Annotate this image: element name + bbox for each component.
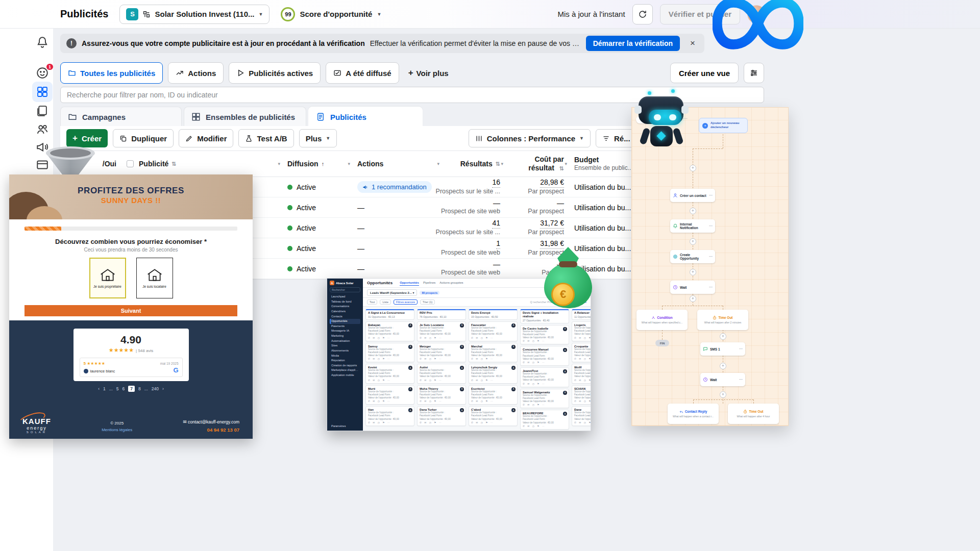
- pagination-item[interactable]: 8: [138, 386, 141, 391]
- crm-menu-item[interactable]: Application mobile: [330, 373, 360, 378]
- add-step-button[interactable]: +: [720, 363, 726, 369]
- workflow-node[interactable]: SMS 1⋯: [700, 342, 745, 356]
- crm-menu-item[interactable]: Réputation: [330, 358, 360, 363]
- audiences-icon[interactable]: [36, 122, 50, 137]
- opportunity-card[interactable]: Dana TurkerSource de l'opportunité :Face…: [417, 406, 466, 426]
- pagination-item[interactable]: ›: [162, 386, 164, 391]
- crm-settings-item[interactable]: Paramètres: [330, 424, 360, 429]
- opportunity-card[interactable]: Je Suis LocataireSource de l'opportunité…: [417, 321, 466, 341]
- next-button[interactable]: Suivant: [24, 305, 237, 316]
- pagination-item[interactable]: ...: [144, 386, 148, 391]
- filter-tab-0[interactable]: Toutes les publicités: [60, 62, 163, 84]
- node-menu-dots[interactable]: ⋯: [709, 285, 713, 289]
- more-button[interactable]: Plus▼: [299, 129, 337, 147]
- ad-account-selector[interactable]: S Solar Solution Invest (110... ▼: [119, 5, 270, 24]
- sort-button[interactable]: Trier (1): [420, 299, 435, 305]
- opportunity-card[interactable]: C'abedSource de l'opportunité :Facebook …: [469, 406, 518, 426]
- crm-menu-item[interactable]: Opportunités: [330, 319, 360, 324]
- workflow-node[interactable]: Wait⋯: [670, 281, 715, 294]
- edit-button[interactable]: Modifier: [179, 129, 233, 147]
- crm-menu-item[interactable]: Tableau de bord: [330, 299, 360, 305]
- workflow-node[interactable]: Create Opportunity⋯: [670, 250, 715, 263]
- col-results[interactable]: Résultats⇅▾: [442, 160, 505, 168]
- pages-icon[interactable]: [36, 105, 50, 119]
- workflow-node[interactable]: Wait⋯: [700, 373, 745, 386]
- opportunity-card[interactable]: KeviniSource de l'opportunité :Facebook …: [365, 364, 414, 384]
- ab-test-button[interactable]: Test A/B: [238, 129, 293, 147]
- pagination-item[interactable]: 6: [122, 386, 125, 391]
- col-cost[interactable]: Coût parrésultat ⇅▾: [505, 155, 569, 172]
- tab-ads[interactable]: Publicités: [308, 107, 423, 127]
- col-delivery[interactable]: Diffusion↑▾: [282, 160, 352, 168]
- opportunity-card[interactable]: Lytvynchuk SergiySource de l'opportunité…: [469, 364, 518, 384]
- opportunity-card[interactable]: SCHIANSource de l'opportunité :Facebook …: [572, 385, 591, 405]
- crm-sidebar-search[interactable]: Rechercher: [330, 287, 360, 292]
- pipeline-selector[interactable]: Leads Waniff (Septembre 2... ▾: [367, 289, 417, 296]
- columns-button[interactable]: Colonnes : Performance▼: [469, 129, 591, 147]
- crm-tab[interactable]: Pipelines: [423, 280, 435, 286]
- workflow-node[interactable]: Internal Notification⋯: [670, 219, 715, 233]
- opportunity-card[interactable]: JeanniTostSource de l'opportunité :Faceb…: [520, 367, 569, 387]
- crm-menu-item[interactable]: Contacts: [330, 314, 360, 319]
- opportunity-score[interactable]: 99 Score d'opportunité ▼: [281, 7, 381, 21]
- crm-menu-item[interactable]: Marketplace d'applications: [330, 368, 360, 373]
- node-menu-dots[interactable]: ⋯: [739, 378, 743, 382]
- see-more-button[interactable]: +Voir plus: [408, 68, 449, 78]
- opportunity-card[interactable]: Samuel WalgenwitzSource de l'opportunité…: [520, 389, 569, 409]
- crm-tab[interactable]: Actions groupées: [439, 280, 463, 286]
- add-trigger-node[interactable]: + Ajouter un nouveaudéclencheur: [699, 118, 748, 133]
- crm-menu-item[interactable]: Calendriers: [330, 309, 360, 314]
- opportunity-card[interactable]: FauscatierSource de l'opportunité :Faceb…: [469, 321, 518, 341]
- crm-menu-item[interactable]: Messagerie IA: [330, 329, 360, 334]
- crm-menu-item[interactable]: Launchpad: [330, 294, 360, 299]
- node-menu-dots[interactable]: ⋯: [739, 347, 743, 351]
- advanced-filters-button[interactable]: Filtres avancés: [394, 299, 418, 305]
- add-step-button[interactable]: +: [690, 165, 696, 171]
- pagination-item[interactable]: ...: [109, 386, 113, 391]
- opportunity-card[interactable]: EscritoistSource de l'opportunité :Faceb…: [469, 385, 518, 405]
- opportunity-card[interactable]: SamsySource de l'opportunité :Facebook L…: [365, 343, 414, 363]
- option-tenant[interactable]: Je suis locataire: [136, 258, 173, 298]
- start-verification-button[interactable]: Démarrer la vérification: [586, 36, 680, 51]
- duplicate-button[interactable]: Dupliquer: [113, 129, 174, 147]
- opportunity-card[interactable]: MetzgerSource de l'opportunité :Facebook…: [417, 343, 466, 363]
- tab-campaigns[interactable]: Campagnes: [60, 107, 182, 127]
- opportunity-card[interactable]: MurtiSource de l'opportunité :Facebook L…: [365, 385, 414, 405]
- crm-menu-item[interactable]: Création de rapports: [330, 363, 360, 368]
- pagination-item[interactable]: ‹: [98, 386, 100, 391]
- condition-node[interactable]: Condition What will happen when specifie…: [636, 310, 688, 330]
- workflow-node[interactable]: Créer un contact⋯: [670, 189, 715, 202]
- pagination-item[interactable]: 5: [116, 386, 119, 391]
- crm-menu-item[interactable]: Marketing: [330, 334, 360, 339]
- legal-link[interactable]: Mentions légales: [102, 427, 132, 434]
- crm-menu-item[interactable]: Sites: [330, 343, 360, 348]
- view-settings-button[interactable]: [744, 63, 764, 83]
- pagination-item[interactable]: 7: [128, 386, 135, 392]
- tab-adsets[interactable]: Ensembles de publicités: [184, 107, 306, 127]
- node-menu-dots[interactable]: ⋯: [709, 255, 713, 259]
- opportunity-card[interactable]: HanSource de l'opportunité :Facebook Lea…: [365, 406, 414, 426]
- add-step-button[interactable]: +: [690, 295, 696, 302]
- crm-menu-item[interactable]: Abonnements: [330, 348, 360, 354]
- add-step-button[interactable]: +: [720, 333, 726, 340]
- view-toggle-all[interactable]: Tout: [367, 299, 377, 305]
- refresh-button[interactable]: [632, 4, 653, 24]
- ads-manager-nav-icon[interactable]: [32, 82, 53, 102]
- contact-reply-node[interactable]: Contact Reply What will happen when a co…: [668, 404, 719, 424]
- close-icon[interactable]: ×: [685, 38, 700, 48]
- timeout-node[interactable]: Time Out What will happen after 4 hour: [728, 404, 779, 424]
- create-view-button[interactable]: Créer une vue: [670, 63, 739, 83]
- add-step-button[interactable]: +: [690, 269, 696, 276]
- add-step-button[interactable]: +: [690, 208, 696, 214]
- account-quality-icon[interactable]: 1: [36, 66, 50, 81]
- opportunity-card[interactable]: De Castro IsabelleSource de l'opportunit…: [520, 325, 569, 345]
- node-menu-dots[interactable]: ⋯: [709, 224, 713, 228]
- crm-menu-item[interactable]: Conversations: [330, 304, 360, 309]
- view-toggle-list[interactable]: Liste: [380, 299, 391, 305]
- opportunity-card[interactable]: CroquetteSource de l'opportunité :Facebo…: [572, 343, 591, 363]
- recommendation-pill[interactable]: 1 recommandation: [357, 181, 432, 193]
- opportunity-card[interactable]: MarchalSource de l'opportunité :Facebook…: [469, 343, 518, 363]
- opportunity-card[interactable]: BEAUREFORESource de l'opportunité :Faceb…: [520, 410, 569, 430]
- col-ad[interactable]: Publicité⇅▾: [121, 160, 282, 168]
- opportunity-card[interactable]: BabayanSource de l'opportunité :Facebook…: [365, 321, 414, 341]
